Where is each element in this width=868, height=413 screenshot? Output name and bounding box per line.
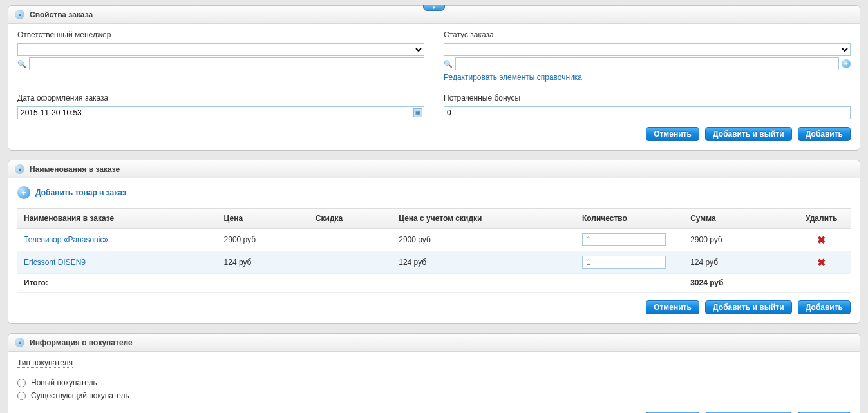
add-item-link[interactable]: Добавить товар в заказ: [35, 188, 126, 197]
manager-lookup-input[interactable]: [29, 57, 424, 70]
col-qty: Количество: [576, 209, 684, 229]
item-qty-input[interactable]: [582, 256, 666, 269]
item-disc-price: 2900 руб: [392, 229, 576, 251]
item-name-link[interactable]: Телевизор «Panasonic»: [24, 235, 108, 244]
table-row: Ericssont DISEN9 124 руб 124 руб 124 руб…: [17, 251, 851, 274]
order-date-input[interactable]: [17, 106, 424, 119]
save-exit-button[interactable]: Добавить и выйти: [705, 300, 791, 314]
panel-order-properties: ▴ Свойства заказа Ответственный менеджер…: [8, 5, 860, 151]
add-item-icon[interactable]: +: [17, 186, 30, 199]
collapse-icon[interactable]: ▴: [15, 10, 24, 19]
buyer-type-new-label: Новый покупатель: [31, 378, 97, 387]
item-sum: 124 руб: [684, 251, 792, 274]
cancel-button[interactable]: Отменить: [646, 127, 699, 141]
save-button[interactable]: Добавить: [798, 127, 851, 141]
total-value: 3024 руб: [684, 274, 792, 293]
manager-select[interactable]: [17, 43, 424, 56]
col-discount: Скидка: [309, 209, 392, 229]
bonus-input[interactable]: [444, 106, 851, 119]
item-discount: [309, 229, 392, 251]
item-sum: 2900 руб: [684, 229, 792, 251]
delete-row-icon[interactable]: ✖: [817, 257, 826, 268]
collapse-icon[interactable]: ▴: [15, 338, 24, 347]
item-discount: [309, 251, 392, 274]
buyer-type-existing-label: Существующий покупатель: [31, 391, 129, 400]
buyer-type-new-radio[interactable]: [17, 379, 26, 387]
col-price: Цена: [218, 209, 309, 229]
save-button[interactable]: Добавить: [798, 300, 851, 314]
delete-row-icon[interactable]: ✖: [817, 235, 826, 245]
item-disc-price: 124 руб: [392, 251, 576, 274]
item-price: 124 руб: [218, 251, 309, 274]
add-status-icon[interactable]: +: [842, 59, 851, 68]
cancel-button[interactable]: Отменить: [646, 300, 699, 314]
page-expand-tab[interactable]: [423, 5, 445, 11]
items-table: Наименования в заказе Цена Скидка Цена с…: [17, 208, 851, 293]
panel-title: Наименования в заказе: [30, 165, 120, 174]
panel-order-items: ▴ Наименования в заказе + Добавить товар…: [8, 160, 860, 324]
status-lookup-input[interactable]: [455, 57, 839, 70]
bonus-label: Потраченные бонусы: [444, 93, 851, 102]
search-icon[interactable]: 🔍: [444, 59, 453, 68]
panel-title: Свойства заказа: [30, 10, 93, 19]
item-qty-input[interactable]: [582, 233, 666, 246]
panel-buyer-info: ▴ Информация о покупателе Тип покупателя…: [8, 333, 860, 413]
collapse-icon[interactable]: ▴: [15, 164, 24, 174]
calendar-icon[interactable]: ▦: [413, 108, 422, 117]
buyer-type-existing-radio[interactable]: [17, 392, 26, 400]
col-sum: Сумма: [684, 209, 792, 229]
total-label: Итого:: [17, 274, 218, 293]
edit-reference-link[interactable]: Редактировать элементы справочника: [444, 73, 851, 82]
order-date-label: Дата оформления заказа: [17, 93, 424, 102]
total-row: Итого: 3024 руб: [17, 274, 851, 293]
panel-title: Информация о покупателе: [30, 338, 133, 347]
status-label: Статус заказа: [444, 30, 851, 39]
col-disc-price: Цена с учетом скидки: [392, 209, 576, 229]
search-icon[interactable]: 🔍: [17, 59, 26, 68]
save-exit-button[interactable]: Добавить и выйти: [705, 127, 791, 141]
col-name: Наименования в заказе: [17, 209, 218, 229]
manager-label: Ответственный менеджер: [17, 30, 424, 39]
buyer-type-label: Тип покупателя: [17, 358, 73, 368]
table-row: Телевизор «Panasonic» 2900 руб 2900 руб …: [17, 229, 851, 251]
col-delete: Удалить: [792, 209, 851, 229]
item-name-link[interactable]: Ericssont DISEN9: [24, 258, 86, 267]
status-select[interactable]: [444, 43, 851, 56]
item-price: 2900 руб: [218, 229, 309, 251]
